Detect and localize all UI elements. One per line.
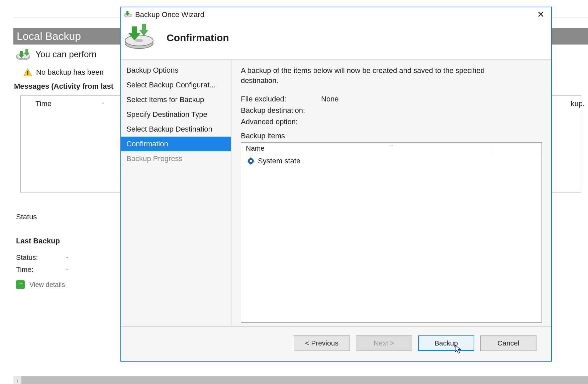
backup-items-list[interactable]: ︿ Name System state <box>241 142 542 323</box>
wizard-footer: < Previous Next > Backup Cancel <box>121 326 551 361</box>
wizard-banner-icon <box>123 24 155 52</box>
truncated-text: kup. <box>571 99 585 108</box>
wizard-step-title: Confirmation <box>167 32 229 44</box>
wizard-step-2[interactable]: Select Items for Backup <box>121 92 231 107</box>
confirmation-description: A backup of the items below will now be … <box>241 66 515 85</box>
advanced-option-label: Advanced option: <box>241 118 318 126</box>
column-name[interactable]: Name <box>241 144 491 152</box>
backup-once-wizard-dialog: Backup Once Wizard ✕ Confirmation Backup… <box>120 7 552 362</box>
file-excluded-value: None <box>321 95 339 103</box>
backup-destination-label: Backup destination: <box>241 106 318 115</box>
gear-icon <box>247 157 255 165</box>
svg-rect-3 <box>27 74 28 75</box>
previous-button[interactable]: < Previous <box>294 335 350 351</box>
messages-column-time[interactable]: Time <box>35 99 52 108</box>
backup-disk-icon <box>15 48 31 61</box>
next-button: Next > <box>356 335 412 351</box>
backup-items-label: Backup items <box>241 132 542 140</box>
svg-point-7 <box>135 39 143 42</box>
horizontal-scrollbar[interactable]: ‹ <box>13 376 588 384</box>
dialog-title: Backup Once Wizard <box>135 10 204 19</box>
backup-item-row[interactable]: System state <box>241 154 542 168</box>
dialog-titlebar[interactable]: Backup Once Wizard ✕ <box>121 7 551 22</box>
view-details-label: View details <box>29 281 65 289</box>
backup-item-name: System state <box>258 157 300 165</box>
svg-rect-10 <box>251 157 251 159</box>
svg-point-9 <box>250 160 252 162</box>
wizard-step-5[interactable]: Confirmation <box>121 137 231 151</box>
wizard-content: A backup of the items below will now be … <box>231 60 551 326</box>
time-label: Time: <box>16 265 46 274</box>
close-button[interactable]: ✕ <box>535 9 547 20</box>
file-excluded-label: File excluded: <box>241 95 318 103</box>
chevron-down-icon: ⌄ <box>101 99 105 105</box>
svg-rect-2 <box>27 71 28 74</box>
warning-icon <box>23 68 32 77</box>
scroll-left-icon[interactable]: ‹ <box>13 376 21 384</box>
backup-items-header[interactable]: ︿ Name <box>241 143 542 154</box>
time-value: - <box>66 265 69 274</box>
wizard-body: Backup OptionsSelect Backup Configurat..… <box>121 59 551 326</box>
wizard-banner: Confirmation <box>121 22 551 59</box>
scrollbar-track[interactable] <box>21 376 588 384</box>
svg-rect-11 <box>251 163 251 165</box>
wizard-step-4[interactable]: Select Backup Destination <box>121 122 231 137</box>
cancel-button[interactable]: Cancel <box>480 335 536 351</box>
svg-rect-13 <box>253 161 255 161</box>
warning-text: No backup has been <box>36 68 104 77</box>
confirmation-fields: File excluded: None Backup destination: … <box>241 93 542 128</box>
wizard-app-icon <box>124 10 132 19</box>
wizard-step-3[interactable]: Specify Destination Type <box>121 107 231 122</box>
arrow-right-icon <box>16 280 25 289</box>
wizard-step-1[interactable]: Select Backup Configurat... <box>121 78 231 92</box>
column-separator[interactable] <box>491 143 491 154</box>
wizard-steps-list: Backup OptionsSelect Backup Configurat..… <box>121 60 231 326</box>
status-value: - <box>66 253 69 261</box>
subheader-text: You can perforn <box>35 49 97 60</box>
svg-rect-12 <box>247 161 249 161</box>
backup-button[interactable]: Backup <box>418 335 474 351</box>
wizard-step-0[interactable]: Backup Options <box>121 63 231 78</box>
wizard-step-6: Backup Progress <box>121 151 231 166</box>
sort-asc-icon: ︿ <box>389 142 393 148</box>
status-label: Status: <box>16 253 46 261</box>
